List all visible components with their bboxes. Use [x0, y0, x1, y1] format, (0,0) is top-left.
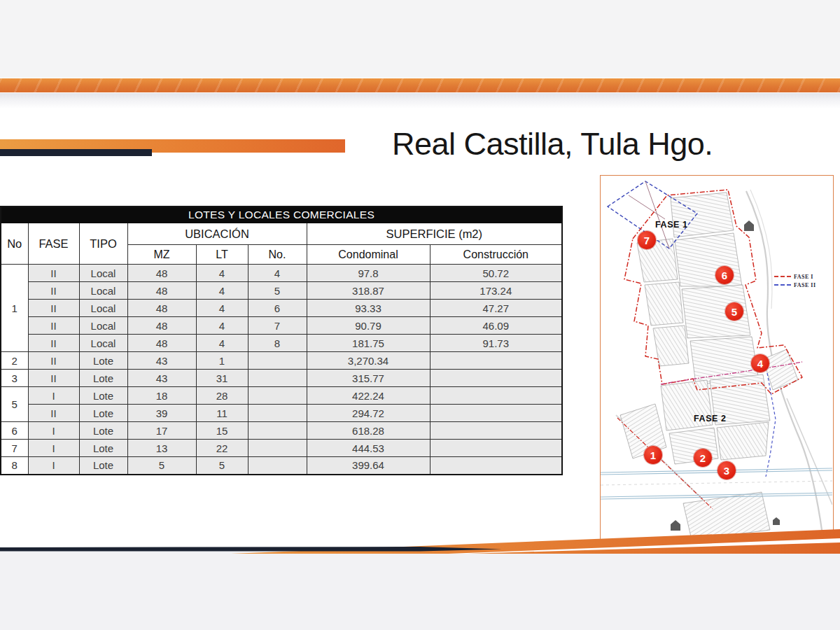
cell-no: 1: [1, 265, 28, 352]
cell-num: 4: [248, 265, 307, 282]
map-road-diagonal: [787, 398, 832, 505]
cell-mz: 17: [127, 422, 196, 440]
table-row: IILote3911294.72: [1, 405, 562, 422]
cell-tipo: Local: [79, 265, 127, 282]
cell-lt: 4: [196, 335, 248, 352]
legend-dash-line: [774, 276, 791, 277]
cell-no: 6: [1, 422, 28, 440]
cell-condominal: 318.87: [307, 282, 430, 300]
map-marker-3: 3: [718, 461, 736, 479]
cell-lt: 22: [196, 440, 248, 457]
legend-dash-line: [774, 284, 791, 286]
cell-fase: II: [28, 352, 79, 370]
cell-condominal: 315.77: [307, 370, 430, 387]
cell-construccion: 50.72: [430, 265, 562, 282]
cell-mz: 48: [127, 300, 196, 317]
cell-no: 8: [1, 457, 28, 475]
top-margin-strip: [0, 0, 840, 78]
table-row: IILocal4848181.7591.73: [1, 335, 562, 352]
cell-fase: I: [28, 422, 79, 440]
map-marker-4: 4: [751, 354, 769, 372]
table-row: IILocal484693.3347.27: [1, 300, 562, 317]
legend-label: FASE II: [794, 282, 816, 288]
cell-lt: 4: [196, 282, 248, 300]
col-header-tipo: TIPO: [79, 223, 127, 265]
cell-mz: 18: [127, 387, 196, 405]
table-row: 6ILote1715618.28: [1, 422, 562, 440]
table-row: 7ILote1322444.53: [1, 440, 562, 457]
cell-construccion: 91.73: [430, 335, 562, 352]
map-marker-7: 7: [638, 231, 656, 249]
band-shadow: [0, 93, 840, 108]
cell-construccion: [430, 440, 562, 457]
map-marker-2: 2: [694, 449, 712, 467]
cell-num: 6: [248, 300, 307, 317]
cell-fase: II: [28, 300, 79, 317]
cell-num: [248, 457, 307, 475]
col-header-fase: FASE: [28, 223, 79, 265]
cell-construccion: [430, 370, 562, 387]
col-header-ubicacion: UBICACIÓN: [127, 223, 307, 245]
cell-construccion: [430, 457, 562, 475]
cell-lt: 4: [196, 317, 248, 335]
canal-center-line: [601, 481, 832, 485]
cell-lt: 28: [196, 387, 248, 405]
col-header-superficie: SUPERFICIE (m2): [307, 223, 562, 245]
legend-row: FASE II: [774, 281, 816, 289]
bottom-margin-strip: [0, 552, 840, 630]
table-row: 1IILocal484497.850.72: [1, 265, 562, 282]
cell-tipo: Lote: [79, 440, 127, 457]
cell-mz: 39: [127, 405, 196, 422]
cell-tipo: Lote: [79, 370, 127, 387]
cell-construccion: 173.24: [430, 282, 562, 300]
cell-lt: 1: [196, 352, 248, 370]
cell-condominal: 93.33: [307, 300, 430, 317]
cell-construccion: [430, 422, 562, 440]
cell-condominal: 90.79: [307, 317, 430, 335]
house-icon: [671, 520, 680, 531]
cell-num: [248, 352, 307, 370]
cell-lt: 15: [196, 422, 248, 440]
map-legend: FASE IFASE II: [774, 272, 816, 289]
cell-lt: 5: [196, 457, 248, 475]
cell-condominal: 618.28: [307, 422, 430, 440]
table-title-row: LOTES Y LOCALES COMERCIALES: [1, 206, 562, 223]
cell-condominal: 181.75: [307, 335, 430, 352]
title-flourish-navy-bar: [0, 149, 152, 156]
house-icon: [773, 517, 780, 525]
cell-tipo: Lote: [79, 352, 127, 370]
cell-tipo: Lote: [79, 422, 127, 440]
legend-row: FASE I: [774, 272, 816, 281]
map-marker-6: 6: [715, 266, 734, 284]
cell-fase: II: [28, 405, 79, 422]
fase2-label: FASE 2: [694, 414, 727, 424]
cell-fase: I: [28, 440, 79, 457]
cell-condominal: 294.72: [307, 405, 430, 422]
table-row: IILocal4845318.87173.24: [1, 282, 562, 300]
cell-num: 7: [248, 317, 307, 335]
site-plan-drawing: [601, 176, 832, 550]
cell-num: 5: [248, 282, 307, 300]
cell-no: 2: [1, 352, 28, 370]
site-plan-map: FASE 1 FASE 2 FASE IFASE II 7654123: [600, 175, 834, 552]
table-row: 3IILote4331315.77: [1, 370, 562, 387]
cell-num: [248, 387, 307, 405]
col-header-mz: MZ: [127, 245, 196, 265]
cell-fase: II: [28, 335, 79, 352]
col-header-lt: LT: [196, 245, 248, 265]
table-row: 5ILote1828422.24: [1, 387, 562, 405]
cell-fase: II: [28, 317, 79, 335]
cell-fase: II: [28, 370, 79, 387]
col-header-no: No: [1, 223, 28, 265]
col-header-condominal: Condominal: [307, 245, 430, 265]
page-title: Real Castilla, Tula Hgo.: [392, 126, 812, 167]
cell-mz: 48: [127, 317, 196, 335]
slide: { "slide": { "title": "Real Castilla, Tu…: [0, 0, 840, 630]
cell-lt: 4: [196, 265, 248, 282]
cell-num: [248, 422, 307, 440]
map-marker-5: 5: [725, 302, 743, 321]
cell-lt: 11: [196, 405, 248, 422]
cell-construccion: [430, 405, 562, 422]
lots-table: LOTES Y LOCALES COMERCIALES No FASE TIPO…: [0, 206, 563, 475]
cell-num: [248, 405, 307, 422]
